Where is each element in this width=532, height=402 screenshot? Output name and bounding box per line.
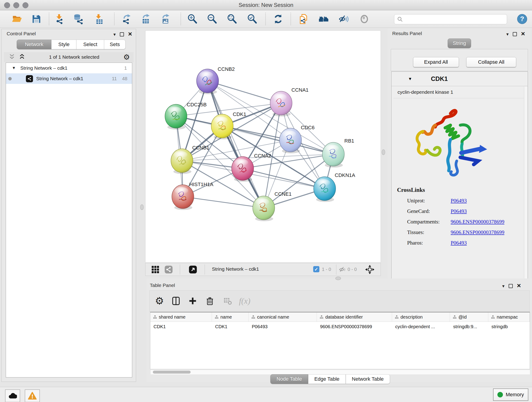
tab-edge-table[interactable]: Edge Table	[308, 374, 346, 384]
bottom-splitter-handle[interactable]	[336, 277, 341, 280]
open-session-icon[interactable]	[12, 13, 22, 25]
column-header-namespac[interactable]: namespac	[488, 313, 530, 322]
export-image-icon[interactable]	[160, 13, 171, 25]
float-panel-icon[interactable]	[509, 284, 513, 288]
column-header--id[interactable]: @id	[450, 313, 488, 322]
zoom-out-icon[interactable]	[207, 13, 218, 25]
tab-network-table[interactable]: Network Table	[346, 374, 390, 384]
share-document-icon[interactable]	[298, 13, 309, 25]
column-header-name[interactable]: name	[212, 313, 249, 322]
export-network-icon[interactable]	[121, 13, 132, 25]
import-table-file-icon[interactable]	[94, 13, 105, 25]
crosslink-link[interactable]: 9606.ENSP00000378699	[451, 230, 505, 235]
node-label-CDK1: CDK1	[233, 111, 246, 117]
column-header-database-identifier[interactable]: database identifier	[317, 313, 392, 322]
save-session-icon[interactable]	[31, 13, 42, 25]
network-node-CDC25B[interactable]	[165, 104, 187, 129]
memory-button[interactable]: Memory	[493, 389, 528, 401]
crosslink-link[interactable]: P06493	[451, 240, 467, 246]
cloud-status-button[interactable]	[5, 389, 20, 402]
fit-selection-crosshair-icon[interactable]	[365, 265, 375, 274]
eye-icon[interactable]	[359, 13, 370, 25]
birds-eye-view-icon[interactable]	[188, 265, 198, 274]
selected-checkbox-icon[interactable]: ✓	[313, 266, 319, 272]
network-node-CDKN1A[interactable]	[314, 177, 336, 202]
zoom-in-icon[interactable]	[187, 13, 198, 25]
export-table-icon[interactable]	[140, 13, 151, 25]
refresh-icon[interactable]	[273, 13, 284, 25]
help-icon[interactable]: ?	[517, 13, 528, 25]
network-edge[interactable]	[183, 197, 264, 208]
table-cell[interactable]: P06493	[249, 322, 317, 332]
delete-column-trash-icon[interactable]	[204, 295, 215, 307]
search-input[interactable]	[403, 17, 502, 22]
network-node-HIST1H1A[interactable]	[172, 185, 194, 210]
network-collection-row[interactable]: ▼ String Network – cdk1 1	[6, 63, 132, 73]
zoom-selected-icon[interactable]	[247, 13, 258, 25]
column-header-canonical-name[interactable]: canonical name	[249, 313, 317, 322]
tab-network[interactable]: Network	[17, 40, 51, 49]
network-node-RB1[interactable]	[322, 142, 344, 167]
column-header-description[interactable]: description	[392, 313, 450, 322]
network-edge[interactable]	[208, 81, 264, 208]
close-panel-icon[interactable]: ×	[521, 30, 525, 37]
crosslink-link[interactable]: P06493	[451, 198, 467, 204]
network-row-selected[interactable]: String Network – cdk1 11 48	[6, 73, 132, 84]
network-share-icon[interactable]	[164, 265, 173, 274]
table-cell[interactable]: stringdb:9...	[450, 322, 488, 332]
left-splitter-handle[interactable]	[140, 204, 144, 210]
collapse-panel-icon[interactable]: ▾	[114, 32, 116, 37]
column-header-shared-name[interactable]: shared name	[150, 313, 212, 322]
table-cell[interactable]: cyclin-dependent ...	[392, 322, 450, 332]
results-vertical-scrollbar[interactable]	[524, 86, 528, 292]
scrollbar-thumb[interactable]	[153, 370, 191, 374]
table-options-gear-icon[interactable]: ⚙	[154, 295, 165, 307]
close-panel-icon[interactable]: ×	[128, 31, 132, 37]
network-node-CCNA1[interactable]	[270, 91, 292, 116]
network-edge[interactable]	[208, 81, 281, 103]
tab-select[interactable]: Select	[76, 40, 104, 49]
crosslink-link[interactable]: 9606.ENSP00000378699	[451, 219, 505, 225]
import-network-database-icon[interactable]	[73, 13, 84, 25]
network-options-gear-icon[interactable]: ⚙	[123, 53, 130, 61]
table-cell[interactable]: CDK1	[150, 322, 212, 332]
tab-sets[interactable]: Sets	[104, 40, 126, 49]
network-node-CDC6[interactable]	[279, 128, 302, 153]
expand-all-button[interactable]: Expand All	[413, 57, 459, 67]
show-columns-icon[interactable]	[170, 295, 182, 307]
section-collapse-icon[interactable]: ▼	[408, 77, 412, 81]
collapse-panel-icon[interactable]: ▾	[506, 32, 509, 36]
zoom-fit-icon[interactable]	[227, 13, 238, 25]
network-node-CCNB2[interactable]	[196, 69, 219, 94]
grid-view-icon[interactable]	[151, 265, 160, 274]
collapse-all-button[interactable]: Collapse All	[466, 57, 516, 67]
close-panel-icon[interactable]: ×	[517, 282, 521, 289]
tab-string[interactable]: String	[448, 38, 471, 48]
table-cell[interactable]: 9606.ENSP00000378699	[317, 322, 392, 332]
hide-panel-eye-icon[interactable]	[338, 13, 349, 25]
collapse-all-networks-icon[interactable]	[9, 54, 15, 61]
table-cell[interactable]: stringdb	[488, 322, 530, 332]
network-canvas[interactable]: CCNB2CCNA1CDC25BCDK1CDC6RB1CCNB1CCNA2CDK…	[145, 31, 381, 263]
protein-section-header[interactable]: ▼ CDK1	[392, 72, 528, 86]
network-node-CCNE1[interactable]	[253, 196, 275, 221]
collection-expand-icon[interactable]: ▼	[12, 66, 16, 70]
tab-style[interactable]: Style	[51, 40, 76, 49]
collapse-panel-icon[interactable]: ▾	[502, 284, 505, 288]
table-horizontal-scrollbar[interactable]	[150, 370, 530, 375]
network-node-CCNB1[interactable]	[171, 149, 193, 174]
create-column-plus-icon[interactable]	[187, 295, 198, 307]
right-splitter-handle[interactable]	[382, 149, 385, 155]
crosslink-link[interactable]: P06493	[451, 208, 467, 214]
tab-node-table[interactable]: Node Table	[270, 374, 308, 384]
table-row[interactable]: CDK1CDK1P064939606.ENSP00000378699cyclin…	[150, 322, 530, 332]
network-graph[interactable]: CCNB2CCNA1CDC25BCDK1CDC6RB1CCNB1CCNA2CDK…	[146, 31, 380, 262]
table-cell[interactable]: CDK1	[212, 322, 249, 332]
network-node-CDK1[interactable]	[211, 114, 233, 139]
expand-all-networks-icon[interactable]	[19, 54, 25, 61]
import-network-file-icon[interactable]	[54, 13, 65, 25]
float-panel-icon[interactable]	[513, 32, 517, 36]
home-icon[interactable]	[318, 13, 329, 25]
warning-status-button[interactable]	[25, 389, 40, 402]
float-panel-icon[interactable]	[120, 32, 124, 36]
